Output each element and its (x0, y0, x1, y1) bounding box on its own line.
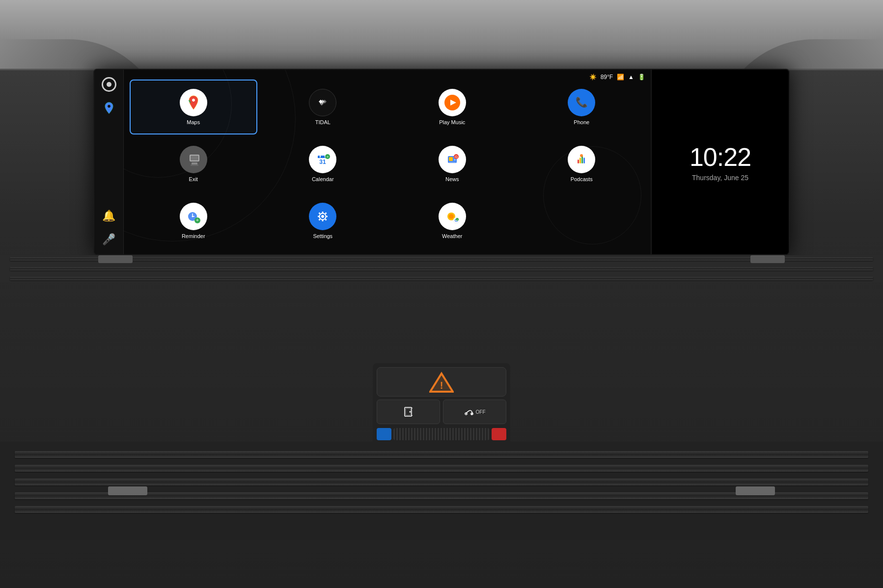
svg-rect-12 (191, 164, 198, 166)
svg-text:+: + (456, 218, 458, 221)
infotainment-screen: 🔔 🎤 ☀️ 89°F 📶 ▲ (93, 69, 790, 255)
maps-icon-wrapper (180, 89, 207, 116)
hazard-triangle-icon: ! (429, 371, 454, 393)
phone-icon-wrapper: 📞 (568, 89, 595, 116)
clock-area: 10:22 Thursday, June 25 (651, 70, 789, 254)
svg-rect-24 (449, 157, 453, 161)
svg-rect-26 (454, 159, 456, 160)
sidebar-maps-button[interactable] (100, 99, 118, 117)
svg-point-5 (451, 101, 454, 104)
bottom-vent-slat-2 (15, 465, 868, 472)
tidal-app-icon (314, 94, 331, 111)
vent-slat-1 (10, 257, 873, 261)
sidebar-notifications-button[interactable]: 🔔 (100, 207, 118, 225)
vent-tab-bottom-left[interactable] (108, 486, 147, 495)
apps-section: ☀️ 89°F 📶 ▲ 🔋 (124, 70, 651, 254)
bottom-vent-slat-1 (15, 451, 868, 458)
clock-date-display: Thursday, June 25 (692, 174, 748, 182)
app-phone[interactable]: 📞 Phone (518, 80, 646, 134)
record-icon-inner (107, 82, 111, 87)
weather-label: Weather (442, 233, 462, 239)
playmusic-app-icon (442, 93, 462, 112)
sidebar-record-button[interactable] (100, 76, 118, 93)
stability-icon (464, 407, 474, 417)
bottom-vent-slat-3 (15, 479, 868, 485)
app-reminder[interactable]: + Reminder (130, 193, 257, 248)
vent-tab-bottom-right[interactable] (736, 486, 775, 495)
podcasts-app-icon (572, 150, 591, 169)
exit-label: Exit (189, 176, 198, 182)
svg-rect-33 (579, 158, 581, 163)
settings-app-icon (313, 207, 332, 226)
blue-button[interactable] (377, 428, 391, 440)
svg-rect-27 (454, 160, 456, 160)
record-icon (102, 77, 116, 92)
svg-text:!: ! (440, 380, 443, 391)
svg-point-41 (192, 216, 193, 217)
sidebar-voice-button[interactable]: 🎤 (100, 231, 118, 248)
svg-rect-35 (583, 158, 585, 163)
stability-label: OFF (476, 409, 486, 415)
hazard-button[interactable]: ! (377, 367, 506, 397)
playmusic-icon-wrapper (439, 89, 466, 116)
maps-app-icon (184, 93, 203, 112)
svg-point-36 (580, 154, 583, 157)
calendar-app-icon: 31 + (313, 150, 332, 169)
bottom-vent-area (0, 442, 883, 540)
svg-rect-49 (326, 216, 328, 217)
door-button[interactable] (377, 400, 440, 424)
red-button[interactable] (492, 428, 506, 440)
vent-tab-left-1[interactable] (98, 255, 133, 263)
svg-point-66 (409, 411, 411, 413)
news-app-icon: G (442, 150, 462, 169)
app-play-music[interactable]: Play Music (388, 80, 516, 134)
news-icon-wrapper: G (439, 146, 466, 173)
svg-rect-34 (581, 156, 583, 163)
reminder-app-icon: + (184, 207, 203, 226)
top-vent-row (0, 255, 883, 282)
app-podcasts[interactable]: Podcasts (518, 136, 646, 191)
app-exit[interactable]: Exit (130, 136, 257, 191)
news-label: News (445, 176, 459, 182)
app-calendar[interactable]: 31 + Calendar (259, 136, 387, 191)
svg-rect-48 (318, 216, 320, 217)
phone-app-icon: 📞 (572, 93, 591, 112)
podcasts-icon-wrapper (568, 146, 595, 173)
bottom-dashboard: ! OFF (0, 255, 883, 540)
bell-icon: 🔔 (102, 210, 115, 222)
maps-sidebar-icon (102, 101, 116, 115)
svg-rect-32 (578, 160, 579, 163)
exit-app-icon (184, 150, 203, 169)
weather-icon-wrapper: G + (439, 203, 466, 230)
svg-text:+: + (196, 217, 199, 223)
tidal-label: TIDAL (315, 119, 331, 125)
svg-text:+: + (327, 155, 329, 159)
vertical-divider (651, 70, 651, 254)
app-grid: Maps TIDAL (130, 76, 645, 248)
main-content-area: ☀️ 89°F 📶 ▲ 🔋 (124, 70, 789, 254)
app-maps[interactable]: Maps (130, 80, 257, 134)
app-news[interactable]: G News (388, 136, 516, 191)
tidal-icon-wrapper (309, 89, 336, 116)
sidebar: 🔔 🎤 (94, 70, 124, 254)
app-settings[interactable]: Settings (259, 193, 387, 248)
bottom-vent-slat-5 (15, 506, 868, 513)
svg-text:G: G (455, 155, 458, 159)
app-tidal[interactable]: TIDAL (259, 80, 387, 134)
reminder-icon-wrapper: + (180, 203, 207, 230)
vent-tab-right-1[interactable] (750, 255, 785, 263)
clock-time-display: 10:22 (690, 142, 751, 172)
play-music-label: Play Music (439, 119, 465, 125)
vent-slat-2 (10, 267, 873, 270)
calendar-label: Calendar (312, 176, 334, 182)
slider-control[interactable] (393, 428, 490, 440)
app-weather[interactable]: G + Weather (388, 193, 516, 248)
door-icon (403, 406, 414, 418)
svg-rect-46 (322, 212, 324, 214)
svg-rect-28 (449, 162, 456, 162)
phone-label: Phone (574, 119, 589, 125)
stability-button[interactable]: OFF (443, 400, 506, 424)
calendar-icon-wrapper: 31 + (309, 146, 336, 173)
center-control-panel: ! OFF (373, 363, 510, 445)
svg-point-56 (449, 214, 454, 219)
